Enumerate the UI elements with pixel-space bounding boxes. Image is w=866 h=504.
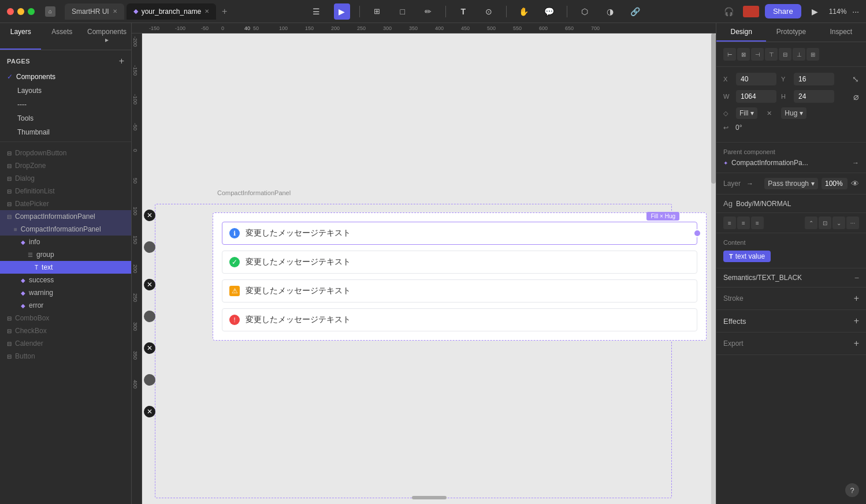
effects-add[interactable]: + [854,316,859,326]
pen-tool[interactable]: ✏ [420,3,436,20]
tab-smarthr[interactable]: SmartHR UI ✕ [65,3,124,20]
handle-6[interactable] [144,374,155,386]
link-icon[interactable]: 🔗 [627,3,644,20]
bottom-scrollbar[interactable] [412,496,447,499]
handle-4[interactable] [144,311,155,322]
fill-dropdown[interactable]: Fill ▾ [736,107,757,119]
text-tool[interactable]: T [455,3,471,20]
scrollbar-thumb[interactable] [711,33,716,184]
layer-dialog[interactable]: ⊟ Dialog [0,172,131,185]
visibility-icon[interactable]: 👁 [851,179,859,188]
resize-icon[interactable]: ⤡ [852,74,859,84]
h-input[interactable] [794,90,834,103]
tab-branch-close[interactable]: ✕ [205,8,209,14]
minimize-button[interactable] [17,8,24,15]
text-valign-bot[interactable]: ⌄ [832,216,845,229]
handle-top[interactable]: ✕ [144,210,155,221]
layer-combobox[interactable]: ⊟ ComboBox [0,312,131,324]
align-center-h[interactable]: ⊠ [737,48,750,61]
play-icon[interactable]: ▶ [807,3,823,20]
home-icon[interactable]: ⌂ [45,6,55,17]
layer-compact-child[interactable]: ≡ CompactInformationPanel [0,223,131,236]
align-right[interactable]: ⊣ [751,48,764,61]
tab-components[interactable]: Components ▸ [83,23,131,50]
text-align-center[interactable]: ≡ [737,216,750,229]
zoom-level[interactable]: 114% [829,8,847,16]
stroke-add[interactable]: + [854,293,859,304]
content-badge[interactable]: T text value [723,251,771,262]
tab-prototype[interactable]: Prototype [766,23,816,42]
page-components[interactable]: ✓ Components [0,70,131,84]
menu-icon[interactable]: ☰ [309,3,325,20]
headphone-icon[interactable]: 🎧 [721,3,737,20]
layer-checkbox[interactable]: ⊟ CheckBox [0,324,131,337]
tab-design[interactable]: Design [716,23,766,42]
page-tools[interactable]: Tools [0,111,131,125]
goto-component-icon[interactable]: → [852,159,859,167]
success-row[interactable]: ✓ 変更したメッセージテキスト [222,251,697,274]
align-left[interactable]: ⊢ [723,48,736,61]
contrast-icon[interactable]: ◑ [602,3,618,20]
link-proportions-icon[interactable]: ⌀ [853,91,859,102]
shape-tool[interactable]: □ [395,3,411,20]
handle-3[interactable]: ✕ [144,279,155,290]
page-layouts[interactable]: Layouts [0,84,131,98]
close-button[interactable] [7,8,14,15]
handle-2[interactable] [144,241,155,253]
layer-dropzone[interactable]: ⊟ DropZone [0,159,131,172]
semantics-remove[interactable]: − [854,273,859,282]
fill-hug-handle[interactable] [693,229,701,237]
text-align-left[interactable]: ≡ [723,216,736,229]
hug-dropdown[interactable]: Hug ▾ [781,107,806,119]
info-row-selected[interactable]: ℹ 変更したメッセージテキスト Fill × Hug [222,222,697,245]
layer-dropdownbutton[interactable]: ⊟ DropdownButton [0,147,131,159]
text-align-right[interactable]: ≡ [751,216,764,229]
text-valign-mid[interactable]: ⊡ [819,216,831,229]
layer-text[interactable]: T text [0,261,131,274]
tab-inspect[interactable]: Inspect [816,23,866,42]
layer-error[interactable]: ◆ error [0,299,131,312]
layer-button[interactable]: ⊟ Button [0,350,131,363]
share-button[interactable]: Share [765,4,801,18]
more-options[interactable]: ··· [852,7,859,16]
tab-assets[interactable]: Assets [41,23,82,50]
pages-add-button[interactable]: + [119,56,124,66]
opacity-input[interactable] [822,178,848,189]
passthrough-dropdown[interactable]: Pass through ▾ [764,178,818,189]
layer-info[interactable]: ◆ info [0,236,131,248]
frame-tool[interactable]: ⊞ [369,3,385,20]
comment-tool[interactable]: 💬 [541,3,557,20]
avatar-icon[interactable] [743,6,759,17]
export-add[interactable]: + [854,338,859,349]
help-button[interactable]: ? [845,483,859,497]
layer-datepicker[interactable]: ⊟ DatePicker [0,197,131,210]
y-input[interactable] [794,73,834,85]
layer-definitionlist[interactable]: ⊟ DefinitionList [0,185,131,197]
page-thumbnail[interactable]: Thumbnail [0,125,131,139]
x-input[interactable] [736,73,776,85]
tab-add-button[interactable]: + [218,6,231,17]
align-center-v[interactable]: ⊟ [779,48,791,61]
align-bottom[interactable]: ⊥ [793,48,805,61]
warning-row[interactable]: ⚠ 変更したメッセージテキスト [222,279,697,303]
parent-component-name[interactable]: ✦ CompactInformationPa... → [723,159,859,167]
w-input[interactable] [736,90,776,103]
text-more-options[interactable]: ··· [846,216,859,229]
tab-smarthr-close[interactable]: ✕ [113,8,117,14]
distribute-h[interactable]: ⊞ [806,48,819,61]
text-valign-top[interactable]: ⌃ [805,216,817,229]
component-tool[interactable]: ⊙ [481,3,497,20]
layer-group[interactable]: ☰ group [0,248,131,261]
layer-warning[interactable]: ◆ warning [0,286,131,299]
layer-compact-parent[interactable]: ⊟ CompactInformationPanel [0,210,131,223]
hand-tool[interactable]: ✋ [516,3,532,20]
maximize-button[interactable] [28,8,35,15]
layer-success[interactable]: ◆ success [0,274,131,286]
tab-layers[interactable]: Layers [0,23,41,50]
tab-branch[interactable]: ◆ your_branch_name ✕ [127,3,216,20]
cursor-tool[interactable]: ▶ [334,3,350,20]
layer-calender[interactable]: ⊟ Calender [0,337,131,350]
prototype-icon[interactable]: ⬡ [577,3,593,20]
handle-7[interactable]: ✕ [144,406,155,417]
error-row[interactable]: ! 変更したメッセージテキスト [222,308,697,331]
